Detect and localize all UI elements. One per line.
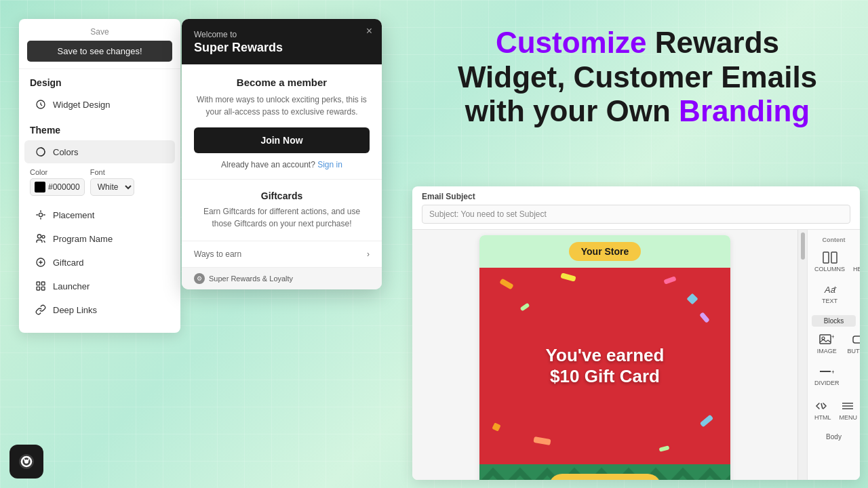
email-card-header: Your Store <box>479 235 730 268</box>
font-block: Font White Black Gray <box>90 168 134 196</box>
modal-header: × Welcome to Super Rewards <box>182 19 382 64</box>
modal-member-desc: With more ways to unlock exciting perks,… <box>194 94 370 118</box>
confetti-10 <box>658 445 669 452</box>
deep-links-item[interactable]: Deep Links <box>24 298 175 321</box>
app-logo[interactable] <box>9 445 43 479</box>
modal-giftcard-desc: Earn Giftcards for different actions, an… <box>194 205 370 230</box>
tool-menu[interactable]: MENU <box>837 396 861 425</box>
confetti-2 <box>687 293 698 305</box>
confetti-7 <box>492 422 500 431</box>
design-section-title: Design <box>19 69 180 92</box>
signin-link[interactable]: Sign in <box>317 160 342 169</box>
email-preview-area: Your Store You've earned$10 <box>412 230 797 480</box>
giftcard-icon <box>35 257 46 268</box>
ways-chevron-icon: › <box>367 249 370 259</box>
color-swatch-row[interactable]: #000000 <box>30 178 85 196</box>
launcher-label: Launcher <box>53 281 90 291</box>
modal-ways-row: Ways to earn › <box>182 241 382 267</box>
giftcard-label: Giftcard <box>53 258 84 268</box>
svg-text:+: + <box>831 333 834 340</box>
theme-section-title: Theme <box>19 117 180 140</box>
svg-text:+: + <box>831 369 834 375</box>
program-name-icon <box>35 233 46 244</box>
tool-columns[interactable]: COLUMNS <box>812 247 848 277</box>
headline-line3: with your Own Branding <box>434 94 841 129</box>
save-section: Save Save to see changes! <box>19 27 180 69</box>
save-button[interactable]: Save to see changes! <box>27 41 172 62</box>
widget-design-icon <box>35 99 46 110</box>
image-icon: + <box>819 333 834 346</box>
svg-point-2 <box>39 213 42 216</box>
scroll-thumb <box>801 232 805 260</box>
email-subject-label: Email Subject <box>422 192 850 201</box>
modal-footer: ⚙ Super Rewards & Loyalty <box>182 267 382 289</box>
program-name-label: Program Name <box>53 234 113 244</box>
blocks-tab[interactable]: Blocks <box>812 315 856 327</box>
body-tab[interactable]: Body <box>808 430 860 443</box>
colors-label: Colors <box>53 147 79 157</box>
tool-button[interactable]: + BUTTON <box>845 329 860 359</box>
placement-item[interactable]: Placement <box>24 203 175 226</box>
svg-rect-8 <box>37 287 40 290</box>
columns-label: COLUMNS <box>814 266 845 272</box>
image-label: IMAGE <box>817 348 837 354</box>
subject-placeholder: Subject: You need to set Subject <box>429 209 547 219</box>
color-hex-value: #000000 <box>48 182 80 192</box>
redeem-button[interactable]: Redeem Now <box>549 474 662 480</box>
modal-footer-logo-icon: ⚙ <box>194 273 205 284</box>
svg-text:+: + <box>833 285 837 291</box>
color-label: Color <box>30 168 85 176</box>
confetti-5 <box>560 272 576 281</box>
confetti-9 <box>533 436 551 445</box>
placement-icon <box>35 209 46 220</box>
color-font-row: Color #000000 Font White Black Gray <box>19 164 180 203</box>
widget-design-label: Widget Design <box>53 100 111 110</box>
colors-icon <box>35 146 46 157</box>
content-label: Content <box>808 235 860 247</box>
email-card-main: You've earned$10 Gift Card <box>479 268 730 464</box>
tool-divider[interactable]: + DIVIDER <box>812 361 842 390</box>
html-label: HTML <box>814 414 831 421</box>
modal-brand-name: Super Rewards <box>194 41 370 55</box>
tool-heading[interactable]: H + HEADING <box>850 247 860 277</box>
svg-point-4 <box>42 235 45 238</box>
email-card-bottom: Redeem Now <box>479 464 730 480</box>
more-tools-grid: HTML MENU <box>808 396 860 430</box>
save-label: Save <box>27 27 172 37</box>
modal-giftcard-section: Giftcards Earn Giftcards for different a… <box>182 180 382 241</box>
svg-rect-11 <box>823 252 829 263</box>
text-icon: Aa + <box>823 283 837 296</box>
html-icon <box>815 400 830 412</box>
email-subject-input[interactable]: Subject: You need to set Subject <box>422 205 850 224</box>
deep-links-label: Deep Links <box>53 305 97 315</box>
modal-signin-text: Already have an account? Sign in <box>194 160 370 169</box>
tool-text[interactable]: Aa + TEXT <box>812 279 848 308</box>
widget-modal: × Welcome to Super Rewards Become a memb… <box>182 19 382 289</box>
menu-label: MENU <box>840 414 858 421</box>
email-tools-panel: Content COLUMNS H <box>807 230 860 480</box>
confetti-8 <box>700 415 713 428</box>
headline-line1: Customize Rewards <box>434 26 841 60</box>
svg-rect-12 <box>831 252 837 263</box>
program-name-item[interactable]: Program Name <box>24 227 175 250</box>
widget-design-item[interactable]: Widget Design <box>24 93 175 116</box>
modal-close-button[interactable]: × <box>366 26 372 37</box>
divider-icon: + <box>819 365 834 378</box>
font-select[interactable]: White Black Gray <box>90 178 134 196</box>
email-scrollbar[interactable] <box>797 230 807 480</box>
button-label: BUTTON <box>848 348 860 354</box>
colors-item[interactable]: Colors <box>24 140 175 163</box>
svg-rect-17 <box>820 335 831 344</box>
email-card: Your Store You've earned$10 <box>479 235 730 480</box>
launcher-icon <box>35 281 46 291</box>
modal-footer-brand: Super Rewards & Loyalty <box>209 274 293 283</box>
tool-html[interactable]: HTML <box>812 396 834 425</box>
left-design-panel: Save Save to see changes! Design Widget … <box>19 19 180 333</box>
placement-label: Placement <box>53 210 94 220</box>
tool-image[interactable]: + IMAGE <box>812 329 842 359</box>
join-now-button[interactable]: Join Now <box>194 127 370 153</box>
modal-member-title: Become a member <box>194 77 370 88</box>
email-subject-bar: Email Subject Subject: You need to set S… <box>412 186 860 230</box>
giftcard-item[interactable]: Giftcard <box>24 251 175 274</box>
launcher-item[interactable]: Launcher <box>24 274 175 298</box>
